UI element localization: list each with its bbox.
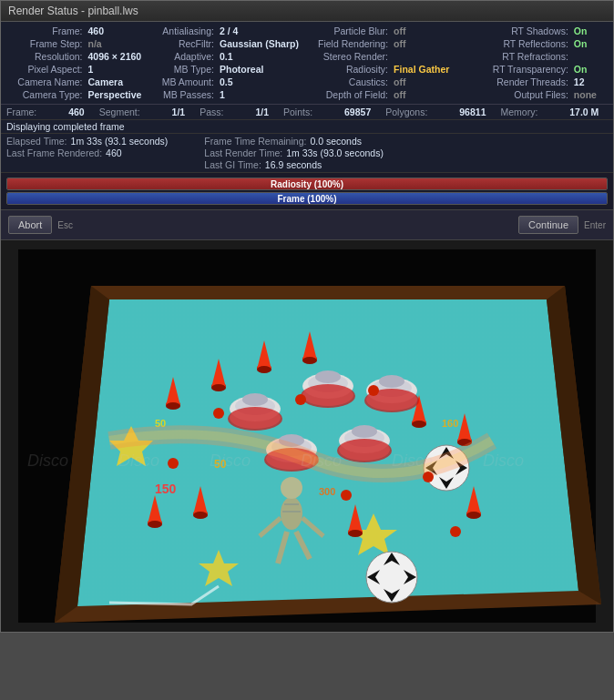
resolution-value: 4096 × 2160 — [86, 50, 154, 63]
progress-section: Radiosity (100%) Frame (100%) — [1, 173, 613, 210]
status-pass-label: Pass: — [200, 107, 223, 117]
svg-point-79 — [423, 472, 434, 482]
frame-label: Frame: — [5, 25, 86, 37]
continue-group: Continue Enter — [518, 216, 606, 234]
svg-point-31 — [193, 512, 208, 519]
svg-point-16 — [302, 357, 317, 364]
frame-value: 460 — [86, 25, 154, 37]
svg-text:160: 160 — [442, 418, 458, 429]
status-segment-label: Segment: — [99, 107, 140, 117]
last-frame-row: Last Frame Rendered: 460 — [6, 147, 168, 158]
camera-type-value: Perspective — [86, 88, 154, 101]
caustics-label: Caustics: — [309, 76, 391, 88]
stats-panel: Frame: 460 Frame Step: n/a Resolution: 4… — [1, 22, 613, 105]
svg-text:150: 150 — [155, 482, 177, 496]
svg-point-10 — [211, 384, 226, 391]
render-preview: 150 50 160 300 50 Disco Di — [1, 240, 613, 632]
field-rendering-label: Field Rendering: — [309, 37, 391, 50]
svg-point-64 — [281, 497, 302, 530]
camera-name-label: Camera Name: — [5, 76, 86, 88]
stereo-render-value — [391, 50, 457, 63]
svg-text:Disco: Disco — [118, 451, 159, 470]
rt-shadows-label: RT Shadows: — [461, 25, 571, 37]
mb-type-value: Photoreal — [217, 63, 305, 76]
svg-point-78 — [295, 394, 306, 405]
buttons-bar: Abort Esc Continue Enter — [1, 210, 613, 240]
continue-button[interactable]: Continue — [518, 216, 578, 234]
radiosity-label: Radiosity: — [309, 63, 391, 76]
elapsed-time-row: Elapsed Time: 1m 33s (93.1 seconds) — [6, 136, 168, 147]
frame-progress-label: Frame (100%) — [277, 194, 336, 204]
abort-group: Abort Esc — [8, 216, 73, 234]
radiosity-progress-wrap: Radiosity (100%) — [6, 178, 608, 190]
svg-point-56 — [301, 384, 355, 408]
field-rendering-value: off — [391, 37, 457, 50]
svg-point-59 — [337, 439, 392, 462]
svg-text:Disco: Disco — [301, 451, 342, 470]
frame-progress-wrap: Frame (100%) — [6, 192, 608, 205]
particle-blur-value: off — [391, 25, 457, 37]
rt-reflections-value: On — [571, 37, 609, 50]
camera-type-label: Camera Type: — [5, 88, 86, 101]
frame-time-remaining-label: Frame Time Remaining: — [204, 136, 306, 147]
svg-point-80 — [368, 385, 379, 396]
last-render-label: Last Render Time: — [204, 147, 282, 158]
mb-type-label: MB Type: — [157, 63, 217, 76]
svg-point-42 — [315, 370, 341, 383]
status-memory-label: Memory: — [500, 107, 537, 117]
mb-amount-value: 0.5 — [217, 76, 305, 88]
svg-point-25 — [466, 512, 481, 519]
svg-text:Disco: Disco — [27, 451, 68, 470]
frame-time-remaining-row: Frame Time Remaining: 0.0 seconds — [204, 136, 384, 147]
frame-time-remaining-value: 0.0 seconds — [310, 136, 362, 147]
radiosity-progress-fill: Radiosity (100%) — [7, 178, 607, 189]
svg-point-65 — [281, 477, 302, 499]
rt-transparency-label: RT Transparency: — [461, 63, 571, 76]
abort-button[interactable]: Abort — [8, 216, 52, 234]
particle-blur-label: Particle Blur: — [309, 25, 391, 37]
svg-point-13 — [257, 366, 271, 373]
last-render-value: 1m 33s (93.0 seconds) — [286, 147, 384, 158]
rt-shadows-value: On — [571, 25, 609, 37]
elapsed-section: Elapsed Time: 1m 33s (93.1 seconds) Last… — [1, 134, 613, 173]
elapsed-label: Elapsed Time: — [6, 136, 67, 147]
continue-key: Enter — [584, 220, 606, 230]
antialiasing-label: Antialiasing: — [157, 25, 217, 37]
render-threads-label: Render Threads: — [461, 76, 571, 88]
mb-passes-value: 1 — [217, 88, 305, 101]
pixel-aspect-value: 1 — [86, 63, 154, 76]
displaying-message: Displaying completed frame — [6, 121, 125, 132]
svg-point-54 — [352, 425, 377, 438]
message-line: Displaying completed frame — [1, 120, 613, 134]
radiosity-progress-label: Radiosity (100%) — [271, 179, 343, 189]
frame-progress-bar: Frame (100%) — [6, 192, 608, 205]
mb-amount-label: MB Amount: — [157, 76, 217, 88]
antialiasing-value: 2 / 4 — [217, 25, 305, 37]
status-polygons-value: 96811 — [459, 107, 486, 117]
last-frame-label: Last Frame Rendered: — [6, 147, 102, 158]
svg-point-81 — [213, 408, 224, 419]
last-gi-value: 16.9 seconds — [265, 159, 322, 170]
radiosity-progress-bar: Radiosity (100%) — [6, 178, 608, 190]
caustics-value: off — [391, 76, 457, 88]
status-line: Frame: 460 Segment: 1/1 Pass: 1/1 Points… — [1, 105, 613, 120]
stats-col-1: Frame: 460 Frame Step: n/a Resolution: 4… — [5, 25, 153, 101]
title-bar: Render Status - pinball.lws — [1, 1, 613, 22]
window-title: Render Status - pinball.lws — [8, 5, 138, 17]
svg-point-7 — [166, 402, 180, 410]
render-threads-value: 12 — [571, 76, 609, 88]
frame-step-label: Frame Step: — [5, 37, 86, 50]
svg-point-83 — [450, 526, 461, 537]
elapsed-col-right: Frame Time Remaining: 0.0 seconds Last R… — [204, 136, 384, 170]
rt-refractions-value — [571, 50, 609, 63]
svg-point-82 — [341, 490, 352, 501]
status-memory-value: 17.0 M — [569, 107, 599, 117]
stereo-render-label: Stereo Render: — [309, 50, 391, 63]
svg-point-19 — [412, 421, 426, 428]
svg-point-55 — [228, 407, 282, 431]
elapsed-value: 1m 33s (93.1 seconds) — [71, 136, 169, 147]
last-render-row: Last Render Time: 1m 33s (93.0 seconds) — [204, 147, 384, 158]
status-polygons-label: Polygons: — [385, 107, 427, 117]
radiosity-value: Final Gather — [391, 63, 457, 76]
render-image: 150 50 160 300 50 Disco Di — [1, 240, 613, 632]
